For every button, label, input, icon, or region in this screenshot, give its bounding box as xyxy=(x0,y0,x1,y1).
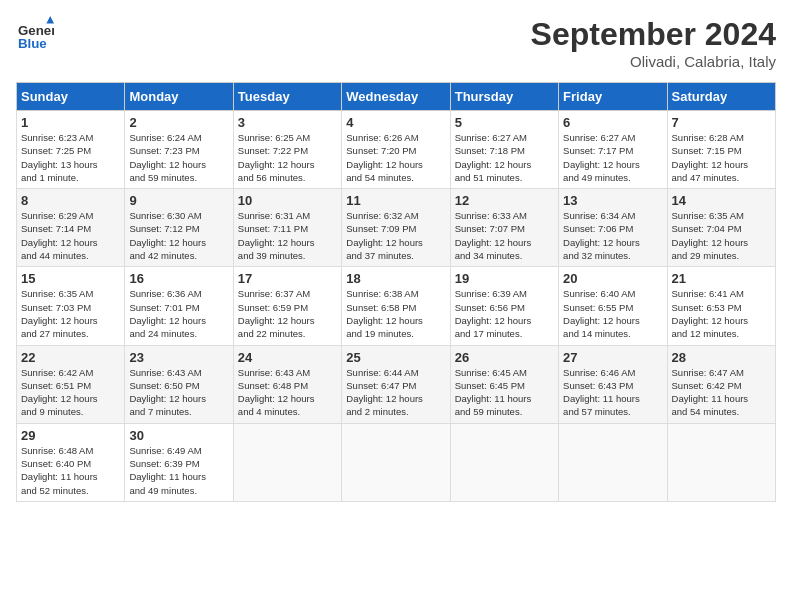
day-info: Sunrise: 6:23 AM Sunset: 7:25 PM Dayligh… xyxy=(21,131,120,184)
day-number: 7 xyxy=(672,115,771,130)
day-info: Sunrise: 6:31 AM Sunset: 7:11 PM Dayligh… xyxy=(238,209,337,262)
calendar-cell: 10Sunrise: 6:31 AM Sunset: 7:11 PM Dayli… xyxy=(233,189,341,267)
day-info: Sunrise: 6:26 AM Sunset: 7:20 PM Dayligh… xyxy=(346,131,445,184)
day-info: Sunrise: 6:36 AM Sunset: 7:01 PM Dayligh… xyxy=(129,287,228,340)
calendar-cell xyxy=(342,423,450,501)
day-number: 1 xyxy=(21,115,120,130)
day-number: 3 xyxy=(238,115,337,130)
day-number: 21 xyxy=(672,271,771,286)
day-info: Sunrise: 6:35 AM Sunset: 7:03 PM Dayligh… xyxy=(21,287,120,340)
day-info: Sunrise: 6:49 AM Sunset: 6:39 PM Dayligh… xyxy=(129,444,228,497)
calendar-cell: 19Sunrise: 6:39 AM Sunset: 6:56 PM Dayli… xyxy=(450,267,558,345)
day-info: Sunrise: 6:42 AM Sunset: 6:51 PM Dayligh… xyxy=(21,366,120,419)
calendar-cell: 12Sunrise: 6:33 AM Sunset: 7:07 PM Dayli… xyxy=(450,189,558,267)
day-info: Sunrise: 6:46 AM Sunset: 6:43 PM Dayligh… xyxy=(563,366,662,419)
calendar-cell: 24Sunrise: 6:43 AM Sunset: 6:48 PM Dayli… xyxy=(233,345,341,423)
calendar-cell: 17Sunrise: 6:37 AM Sunset: 6:59 PM Dayli… xyxy=(233,267,341,345)
day-header-thursday: Thursday xyxy=(450,83,558,111)
day-info: Sunrise: 6:27 AM Sunset: 7:18 PM Dayligh… xyxy=(455,131,554,184)
day-number: 29 xyxy=(21,428,120,443)
calendar-cell xyxy=(450,423,558,501)
calendar-cell: 2Sunrise: 6:24 AM Sunset: 7:23 PM Daylig… xyxy=(125,111,233,189)
day-number: 23 xyxy=(129,350,228,365)
calendar-cell xyxy=(667,423,775,501)
header: General Blue September 2024 Olivadi, Cal… xyxy=(16,16,776,70)
day-info: Sunrise: 6:33 AM Sunset: 7:07 PM Dayligh… xyxy=(455,209,554,262)
day-info: Sunrise: 6:39 AM Sunset: 6:56 PM Dayligh… xyxy=(455,287,554,340)
day-number: 27 xyxy=(563,350,662,365)
calendar-cell: 28Sunrise: 6:47 AM Sunset: 6:42 PM Dayli… xyxy=(667,345,775,423)
calendar-cell: 13Sunrise: 6:34 AM Sunset: 7:06 PM Dayli… xyxy=(559,189,667,267)
svg-text:Blue: Blue xyxy=(18,36,47,51)
calendar-cell: 27Sunrise: 6:46 AM Sunset: 6:43 PM Dayli… xyxy=(559,345,667,423)
day-number: 25 xyxy=(346,350,445,365)
calendar-cell: 18Sunrise: 6:38 AM Sunset: 6:58 PM Dayli… xyxy=(342,267,450,345)
title-block: September 2024 Olivadi, Calabria, Italy xyxy=(531,16,776,70)
day-header-tuesday: Tuesday xyxy=(233,83,341,111)
day-number: 18 xyxy=(346,271,445,286)
day-info: Sunrise: 6:41 AM Sunset: 6:53 PM Dayligh… xyxy=(672,287,771,340)
day-number: 22 xyxy=(21,350,120,365)
calendar-cell: 14Sunrise: 6:35 AM Sunset: 7:04 PM Dayli… xyxy=(667,189,775,267)
day-number: 15 xyxy=(21,271,120,286)
calendar-cell xyxy=(233,423,341,501)
day-number: 28 xyxy=(672,350,771,365)
calendar-cell: 25Sunrise: 6:44 AM Sunset: 6:47 PM Dayli… xyxy=(342,345,450,423)
day-number: 20 xyxy=(563,271,662,286)
day-info: Sunrise: 6:40 AM Sunset: 6:55 PM Dayligh… xyxy=(563,287,662,340)
day-info: Sunrise: 6:43 AM Sunset: 6:50 PM Dayligh… xyxy=(129,366,228,419)
week-row-1: 1Sunrise: 6:23 AM Sunset: 7:25 PM Daylig… xyxy=(17,111,776,189)
day-number: 30 xyxy=(129,428,228,443)
day-number: 11 xyxy=(346,193,445,208)
calendar-cell: 3Sunrise: 6:25 AM Sunset: 7:22 PM Daylig… xyxy=(233,111,341,189)
day-info: Sunrise: 6:35 AM Sunset: 7:04 PM Dayligh… xyxy=(672,209,771,262)
calendar-cell: 29Sunrise: 6:48 AM Sunset: 6:40 PM Dayli… xyxy=(17,423,125,501)
calendar-cell xyxy=(559,423,667,501)
day-info: Sunrise: 6:44 AM Sunset: 6:47 PM Dayligh… xyxy=(346,366,445,419)
day-number: 17 xyxy=(238,271,337,286)
calendar-container: General Blue September 2024 Olivadi, Cal… xyxy=(0,0,792,512)
week-row-3: 15Sunrise: 6:35 AM Sunset: 7:03 PM Dayli… xyxy=(17,267,776,345)
day-number: 8 xyxy=(21,193,120,208)
logo: General Blue xyxy=(16,16,54,54)
day-info: Sunrise: 6:25 AM Sunset: 7:22 PM Dayligh… xyxy=(238,131,337,184)
day-info: Sunrise: 6:34 AM Sunset: 7:06 PM Dayligh… xyxy=(563,209,662,262)
day-info: Sunrise: 6:43 AM Sunset: 6:48 PM Dayligh… xyxy=(238,366,337,419)
day-info: Sunrise: 6:47 AM Sunset: 6:42 PM Dayligh… xyxy=(672,366,771,419)
day-number: 24 xyxy=(238,350,337,365)
day-number: 16 xyxy=(129,271,228,286)
calendar-cell: 22Sunrise: 6:42 AM Sunset: 6:51 PM Dayli… xyxy=(17,345,125,423)
week-row-5: 29Sunrise: 6:48 AM Sunset: 6:40 PM Dayli… xyxy=(17,423,776,501)
calendar-cell: 26Sunrise: 6:45 AM Sunset: 6:45 PM Dayli… xyxy=(450,345,558,423)
day-number: 13 xyxy=(563,193,662,208)
day-info: Sunrise: 6:27 AM Sunset: 7:17 PM Dayligh… xyxy=(563,131,662,184)
calendar-cell: 15Sunrise: 6:35 AM Sunset: 7:03 PM Dayli… xyxy=(17,267,125,345)
calendar-cell: 30Sunrise: 6:49 AM Sunset: 6:39 PM Dayli… xyxy=(125,423,233,501)
month-title: September 2024 xyxy=(531,16,776,53)
day-header-monday: Monday xyxy=(125,83,233,111)
day-number: 4 xyxy=(346,115,445,130)
calendar-cell: 8Sunrise: 6:29 AM Sunset: 7:14 PM Daylig… xyxy=(17,189,125,267)
day-number: 9 xyxy=(129,193,228,208)
calendar-cell: 9Sunrise: 6:30 AM Sunset: 7:12 PM Daylig… xyxy=(125,189,233,267)
day-number: 14 xyxy=(672,193,771,208)
day-number: 19 xyxy=(455,271,554,286)
svg-marker-2 xyxy=(46,16,54,24)
calendar-cell: 4Sunrise: 6:26 AM Sunset: 7:20 PM Daylig… xyxy=(342,111,450,189)
day-info: Sunrise: 6:24 AM Sunset: 7:23 PM Dayligh… xyxy=(129,131,228,184)
calendar-cell: 11Sunrise: 6:32 AM Sunset: 7:09 PM Dayli… xyxy=(342,189,450,267)
day-number: 10 xyxy=(238,193,337,208)
calendar-header-row: SundayMondayTuesdayWednesdayThursdayFrid… xyxy=(17,83,776,111)
calendar-cell: 5Sunrise: 6:27 AM Sunset: 7:18 PM Daylig… xyxy=(450,111,558,189)
calendar-cell: 21Sunrise: 6:41 AM Sunset: 6:53 PM Dayli… xyxy=(667,267,775,345)
day-info: Sunrise: 6:48 AM Sunset: 6:40 PM Dayligh… xyxy=(21,444,120,497)
day-number: 26 xyxy=(455,350,554,365)
calendar-cell: 1Sunrise: 6:23 AM Sunset: 7:25 PM Daylig… xyxy=(17,111,125,189)
location: Olivadi, Calabria, Italy xyxy=(531,53,776,70)
day-info: Sunrise: 6:28 AM Sunset: 7:15 PM Dayligh… xyxy=(672,131,771,184)
week-row-2: 8Sunrise: 6:29 AM Sunset: 7:14 PM Daylig… xyxy=(17,189,776,267)
day-info: Sunrise: 6:29 AM Sunset: 7:14 PM Dayligh… xyxy=(21,209,120,262)
day-header-sunday: Sunday xyxy=(17,83,125,111)
day-info: Sunrise: 6:30 AM Sunset: 7:12 PM Dayligh… xyxy=(129,209,228,262)
day-number: 2 xyxy=(129,115,228,130)
